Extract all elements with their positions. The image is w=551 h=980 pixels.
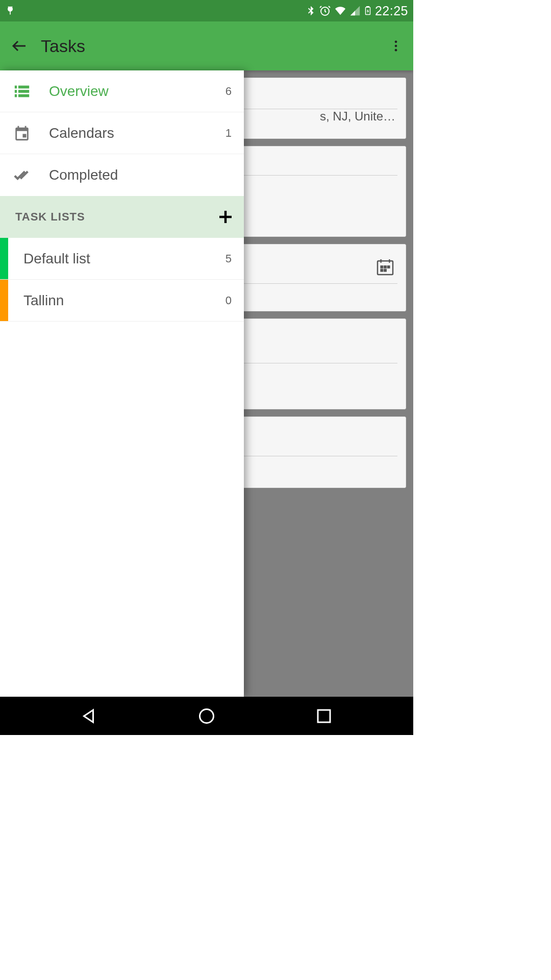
nav-recent-icon[interactable] xyxy=(315,707,333,725)
task-list-label: Default list xyxy=(23,251,226,267)
list-color-strip xyxy=(0,280,8,321)
svg-rect-18 xyxy=(15,90,17,93)
nav-back-icon[interactable] xyxy=(80,707,98,725)
svg-rect-11 xyxy=(381,266,383,267)
more-vert-icon[interactable] xyxy=(389,39,403,53)
completed-icon xyxy=(13,166,31,184)
calendar-icon xyxy=(13,125,31,142)
nav-item-calendars[interactable]: Calendars 1 xyxy=(0,112,244,154)
task-list-item-tallinn[interactable]: Tallinn 0 xyxy=(0,280,244,322)
task-list-item-default[interactable]: Default list 5 xyxy=(0,238,244,280)
calendar-card-icon xyxy=(375,257,395,277)
list-color-strip xyxy=(0,238,8,279)
svg-point-2 xyxy=(8,6,9,7)
app-bar: Tasks xyxy=(0,21,413,70)
svg-rect-15 xyxy=(384,270,386,271)
system-nav-bar xyxy=(0,697,413,735)
nav-label: Completed xyxy=(49,167,232,183)
svg-rect-21 xyxy=(18,94,29,97)
svg-point-9 xyxy=(395,49,397,52)
add-list-icon[interactable] xyxy=(216,208,235,226)
nav-item-completed[interactable]: Completed xyxy=(0,154,244,196)
svg-rect-6 xyxy=(367,7,369,8)
svg-point-8 xyxy=(395,45,397,47)
svg-point-23 xyxy=(200,709,214,723)
svg-point-3 xyxy=(11,6,12,7)
status-bar: 22:25 xyxy=(0,0,413,21)
alarm-icon xyxy=(319,5,331,17)
android-debug-icon xyxy=(5,5,15,16)
task-list-count: 5 xyxy=(226,252,236,265)
nav-drawer: Overview 6 Calendars 1 Completed xyxy=(0,70,244,697)
signal-icon xyxy=(349,5,361,16)
task-list-count: 0 xyxy=(226,294,236,307)
nav-label: Overview xyxy=(49,83,226,100)
nav-home-icon[interactable] xyxy=(197,707,216,725)
wifi-icon xyxy=(334,5,347,16)
status-time: 22:25 xyxy=(375,4,408,18)
svg-rect-12 xyxy=(384,266,386,267)
nav-count: 1 xyxy=(226,127,236,140)
overview-icon xyxy=(13,83,31,100)
svg-rect-24 xyxy=(318,710,330,722)
svg-rect-13 xyxy=(388,266,389,267)
svg-point-7 xyxy=(395,41,397,43)
nav-item-overview[interactable]: Overview 6 xyxy=(0,70,244,112)
task-list-label: Tallinn xyxy=(23,292,226,309)
svg-rect-16 xyxy=(15,85,17,88)
svg-rect-20 xyxy=(15,94,17,97)
svg-rect-22 xyxy=(22,134,26,137)
nav-label: Calendars xyxy=(49,125,226,141)
status-left xyxy=(5,5,15,16)
nav-count: 6 xyxy=(226,85,236,98)
svg-rect-1 xyxy=(10,11,11,15)
content-area: s, NJ, Unite… xyxy=(0,70,413,697)
bluetooth-icon xyxy=(305,5,316,16)
app-title: Tasks xyxy=(41,36,389,56)
task-lists-header: TASK LISTS xyxy=(0,196,244,238)
status-right: 22:25 xyxy=(305,4,408,18)
battery-charging-icon xyxy=(363,5,372,17)
svg-rect-17 xyxy=(18,85,29,88)
svg-rect-19 xyxy=(18,90,29,93)
svg-rect-14 xyxy=(381,270,383,271)
section-title: TASK LISTS xyxy=(15,210,216,224)
back-arrow-icon[interactable] xyxy=(10,37,29,55)
